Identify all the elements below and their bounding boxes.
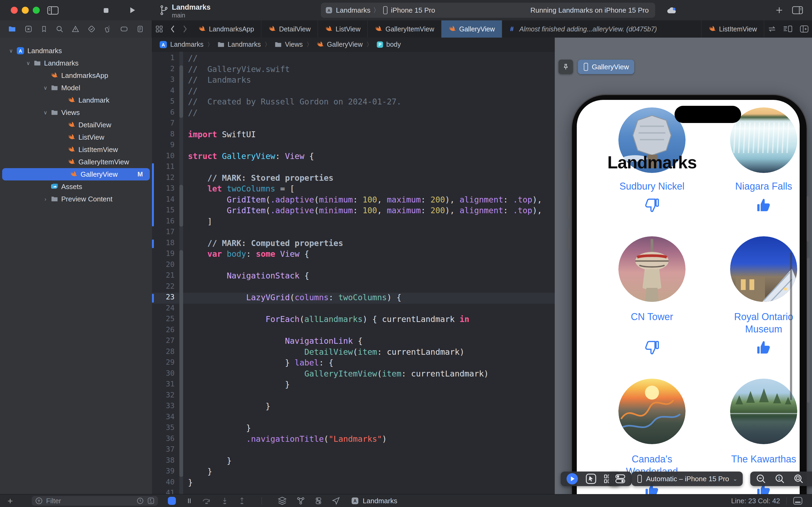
vote-up-icon[interactable]: [756, 197, 772, 213]
code-line-40[interactable]: 40}: [152, 478, 555, 489]
line-col-indicator[interactable]: Line: 23 Col: 42: [731, 497, 780, 505]
fold-segment[interactable]: [179, 65, 183, 118]
environment-overrides-button[interactable]: [314, 496, 323, 505]
disclosure-closed-icon[interactable]: ›: [42, 196, 49, 202]
code-line-19[interactable]: 19 var body: some View {: [152, 249, 555, 260]
code-editor[interactable]: 1//2// GalleryView.swift3// Landmarks4//…: [152, 52, 555, 494]
breadcrumb-item-views[interactable]: Views: [274, 41, 303, 49]
step-out-button[interactable]: [238, 497, 246, 505]
code-line-14[interactable]: 14 GridItem(.adaptive(minimum: 100, maxi…: [152, 195, 555, 206]
live-preview-button[interactable]: [566, 472, 578, 485]
vote-down-icon[interactable]: [644, 197, 660, 213]
breadcrumb-item-body[interactable]: Pbody: [376, 41, 401, 48]
code-line-10[interactable]: 10struct GalleryView: View {: [152, 152, 555, 163]
disclosure-open-icon[interactable]: ∨: [25, 60, 32, 66]
canvas-scrollbar[interactable]: [807, 258, 810, 403]
preview-target-chip[interactable]: GalleryView: [578, 60, 634, 74]
code-line-28[interactable]: 28 DetailView(item: currentLandmark): [152, 347, 555, 358]
code-line-38[interactable]: 38 }: [152, 456, 555, 467]
gallery-item-label[interactable]: The Kawarthas: [718, 453, 800, 465]
gallery-item-image-wonderland[interactable]: [619, 379, 686, 444]
recent-filter-icon[interactable]: [136, 497, 144, 505]
simulate-location-button[interactable]: [332, 497, 340, 505]
forward-icon[interactable]: [179, 20, 191, 38]
step-into-button[interactable]: [221, 497, 229, 505]
run-button[interactable]: [128, 6, 136, 14]
vote-down-icon[interactable]: [644, 339, 660, 355]
sidebar-item-landmark[interactable]: Landmark: [0, 94, 152, 106]
scheme-device[interactable]: iPhone 15 Pro: [391, 6, 435, 14]
code-line-39[interactable]: 39 }: [152, 467, 555, 478]
preview-device-pill[interactable]: Automatic – iPhone 15 Pro ⌄: [632, 471, 743, 486]
pause-debug-button[interactable]: [186, 496, 193, 505]
fold-segment[interactable]: [179, 250, 183, 477]
iphone-screen[interactable]: Sudbury NickelNiagara FallsCN TowerRoyal…: [577, 100, 800, 494]
sidebar-item-preview-content[interactable]: ›Preview Content: [0, 193, 152, 205]
code-line-3[interactable]: 3// Landmarks: [152, 75, 555, 86]
code-line-15[interactable]: 15 GridItem(.adaptive(minimum: 100, maxi…: [152, 206, 555, 217]
zoom-window-button[interactable]: [33, 7, 40, 14]
code-line-18[interactable]: 18 // MARK: Computed properties: [152, 238, 555, 249]
issues-icon[interactable]: [71, 25, 79, 33]
tab-landmarksapp[interactable]: LandmarksApp: [191, 20, 261, 38]
code-line-41[interactable]: 41: [152, 489, 555, 494]
disclosure-open-icon[interactable]: ∨: [7, 48, 14, 54]
code-line-5[interactable]: 5// Created by Russell Gordon on 2024-01…: [152, 97, 555, 108]
code-line-30[interactable]: 30 GalleryItemView(item: currentLandmark…: [152, 369, 555, 380]
back-icon[interactable]: [167, 20, 179, 38]
code-line-1[interactable]: 1//: [152, 53, 555, 64]
code-line-31[interactable]: 31 }: [152, 380, 555, 391]
scheme-selector[interactable]: A Landmarks 〉 iPhone 15 Pro Running Land…: [321, 3, 655, 18]
preview-device-label[interactable]: Automatic – iPhone 15 Pro: [646, 475, 729, 483]
gallery-item-label[interactable]: CN Tower: [606, 311, 698, 323]
fold-segment[interactable]: [179, 185, 183, 227]
code-line-8[interactable]: 8import SwiftUI: [152, 130, 555, 141]
code-line-17[interactable]: 17: [152, 227, 555, 238]
debug-icon[interactable]: [104, 25, 112, 33]
source-control-icon[interactable]: [24, 25, 33, 33]
related-items-icon[interactable]: [764, 20, 780, 38]
code-line-27[interactable]: 27 NavigationLink {: [152, 336, 555, 347]
step-over-button[interactable]: [202, 497, 212, 505]
toggle-debug-area-icon[interactable]: [793, 497, 802, 505]
zoom-fit-button[interactable]: [793, 473, 804, 484]
sidebar-item-landmarks[interactable]: ∨Landmarks: [0, 57, 152, 69]
add-tab-button[interactable]: [775, 6, 784, 14]
view-debugger-button[interactable]: [277, 496, 287, 505]
vote-up-icon[interactable]: [756, 339, 772, 355]
code-line-34[interactable]: 34: [152, 412, 555, 424]
minimize-window-button[interactable]: [22, 7, 29, 14]
code-line-4[interactable]: 4//: [152, 86, 555, 97]
tests-icon[interactable]: [88, 25, 96, 33]
breakpoints-toggle[interactable]: [167, 496, 177, 506]
code-line-6[interactable]: 6//: [152, 108, 555, 119]
breadcrumb-item-galleryview[interactable]: GalleryView: [316, 41, 363, 49]
breadcrumb-item-landmarks[interactable]: ALandmarks: [159, 40, 204, 49]
sidebar-item-model[interactable]: ∨Model: [0, 81, 152, 94]
breakpoints-icon[interactable]: [120, 25, 128, 33]
code-line-22[interactable]: 22: [152, 282, 555, 293]
tab-almost-finished-adding-alleryview-d0475b7-[interactable]: #Almost finished adding...alleryView. (d…: [502, 20, 701, 38]
code-line-2[interactable]: 2// GalleryView.swift: [152, 64, 555, 75]
code-line-37[interactable]: 37: [152, 445, 555, 456]
sidebar-item-landmarks[interactable]: ∨ALandmarks: [0, 45, 152, 57]
tab-listview[interactable]: ListView: [318, 20, 368, 38]
editor-options-icon[interactable]: [780, 20, 797, 38]
close-window-button[interactable]: [11, 7, 18, 14]
sidebar-item-views[interactable]: ∨Views: [0, 106, 152, 119]
code-line-21[interactable]: 21 NavigationStack {: [152, 271, 555, 282]
reports-icon[interactable]: [136, 25, 144, 33]
gallery-item-image-cntower[interactable]: [619, 236, 686, 302]
filter-field[interactable]: Filter: [32, 496, 158, 506]
gallery-item-image-rom[interactable]: [730, 236, 797, 302]
breadcrumb-item-landmarks[interactable]: Landmarks: [217, 41, 261, 49]
code-line-11[interactable]: 11: [152, 162, 555, 173]
memory-graph-button[interactable]: [296, 496, 305, 505]
code-line-36[interactable]: 36 .navigationTitle("Landmarks"): [152, 434, 555, 445]
gallery-item-label[interactable]: Sudbury Nickel: [606, 180, 698, 192]
code-line-33[interactable]: 33 }: [152, 401, 555, 412]
tab-galleryitemview[interactable]: GalleryItemView: [367, 20, 442, 38]
sidebar-item-assets[interactable]: Assets: [0, 180, 152, 193]
gallery-item-label[interactable]: Royal Ontario Museum: [718, 311, 800, 335]
sidebar-item-detailview[interactable]: DetailView: [0, 119, 152, 131]
